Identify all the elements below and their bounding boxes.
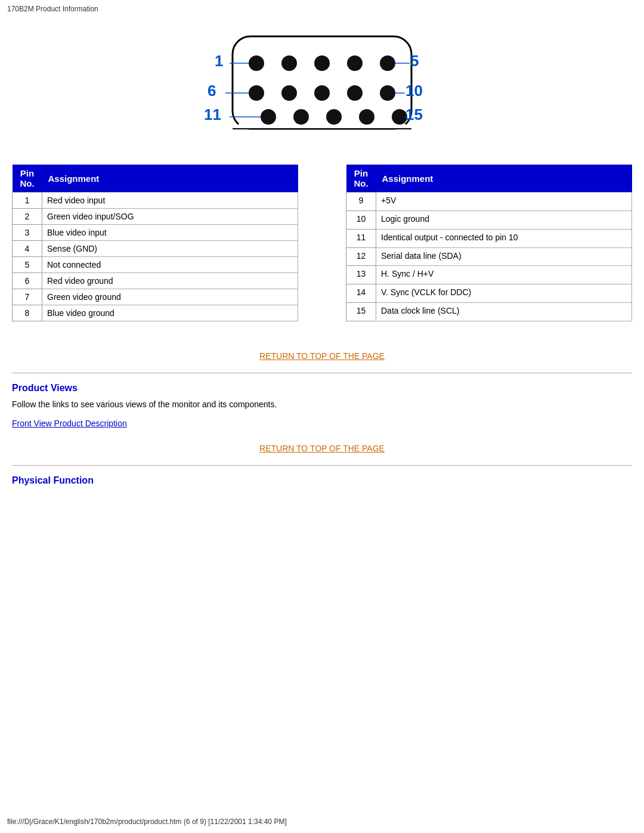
left-table-assignment-header: Assignment — [42, 165, 298, 193]
table-row: 10Logic ground — [346, 210, 632, 229]
pin-assignment: Sense (GND) — [42, 241, 298, 257]
pin-number: 7 — [13, 289, 42, 305]
svg-point-14 — [293, 109, 309, 125]
pin-table-right: PinNo. Assignment 9+5V10Logic ground11Id… — [346, 165, 632, 321]
table-spacer — [316, 165, 328, 321]
table-row: 7Green video ground — [13, 289, 298, 305]
pin-number: 4 — [13, 241, 42, 257]
pin-number: 6 — [13, 273, 42, 289]
pin-number: 12 — [346, 247, 376, 266]
svg-text:1: 1 — [215, 52, 223, 70]
pin-assignment: Red video ground — [42, 273, 298, 289]
pin-number: 14 — [346, 284, 376, 303]
svg-point-10 — [314, 85, 330, 101]
svg-point-9 — [281, 85, 297, 101]
pin-assignment: H. Sync / H+V — [376, 266, 632, 284]
table-row: 1Red video input — [13, 193, 298, 209]
pin-assignment: +5V — [376, 193, 632, 211]
svg-point-5 — [314, 55, 330, 71]
table-row: 9+5V — [346, 193, 632, 211]
product-views-heading: Product Views — [0, 373, 644, 400]
pin-number: 8 — [13, 305, 42, 321]
return-to-top-link-1[interactable]: RETURN TO TOP OF THE PAGE — [259, 351, 385, 361]
svg-point-15 — [326, 109, 342, 125]
return-to-top-link-2[interactable]: RETURN TO TOP OF THE PAGE — [259, 444, 385, 453]
pin-table-left: PinNo. Assignment 1Red video input2Green… — [12, 165, 298, 321]
table-row: 14V. Sync (VCLK for DDC) — [346, 284, 632, 303]
svg-marker-1 — [233, 120, 411, 129]
left-table-pin-header: PinNo. — [13, 165, 42, 193]
svg-point-13 — [261, 109, 276, 125]
svg-text:10: 10 — [405, 82, 423, 100]
pin-assignment: Not connected — [42, 257, 298, 273]
table-row: 13H. Sync / H+V — [346, 266, 632, 284]
return-link-section-2: RETURN TO TOP OF THE PAGE — [0, 432, 644, 465]
table-row: 6Red video ground — [13, 273, 298, 289]
pin-number: 11 — [346, 229, 376, 247]
pin-number: 15 — [346, 303, 376, 321]
pin-number: 3 — [13, 225, 42, 241]
pin-assignment: Green video ground — [42, 289, 298, 305]
pin-number: 10 — [346, 210, 376, 229]
table-row: 2Green video input/SOG — [13, 209, 298, 225]
svg-text:6: 6 — [208, 82, 216, 100]
svg-text:11: 11 — [204, 106, 221, 123]
svg-point-8 — [249, 85, 264, 101]
svg-text:5: 5 — [410, 52, 419, 70]
front-view-link[interactable]: Front View Product Description — [0, 415, 644, 432]
page-title: 170B2M Product Information — [0, 0, 644, 16]
pin-assignment: Data clock line (SCL) — [376, 303, 632, 321]
table-row: 3Blue video input — [13, 225, 298, 241]
connector-diagram: 1 6 11 5 10 15 — [0, 16, 644, 165]
svg-point-16 — [359, 109, 374, 125]
table-row: 15Data clock line (SCL) — [346, 303, 632, 321]
pin-assignment: Logic ground — [376, 210, 632, 229]
physical-function-heading: Physical Function — [0, 466, 644, 492]
right-table-assignment-header: Assignment — [376, 165, 632, 193]
pin-assignment: Blue video ground — [42, 305, 298, 321]
pin-number: 13 — [346, 266, 376, 284]
table-row: 8Blue video ground — [13, 305, 298, 321]
pin-assignment: Blue video input — [42, 225, 298, 241]
pin-number: 9 — [346, 193, 376, 211]
product-views-body: Follow the links to see various views of… — [0, 400, 644, 415]
table-row: 11Identical output - connected to pin 10 — [346, 229, 632, 247]
svg-rect-0 — [233, 36, 411, 129]
pin-number: 2 — [13, 209, 42, 225]
return-link-section-1: RETURN TO TOP OF THE PAGE — [0, 339, 644, 373]
pin-assignment: Red video input — [42, 193, 298, 209]
pin-assignment: Green video input/SOG — [42, 209, 298, 225]
svg-point-6 — [347, 55, 363, 71]
table-row: 4Sense (GND) — [13, 241, 298, 257]
pin-number: 5 — [13, 257, 42, 273]
pin-number: 1 — [13, 193, 42, 209]
svg-point-12 — [380, 85, 395, 101]
svg-text:15: 15 — [405, 106, 423, 123]
pin-assignment: V. Sync (VCLK for DDC) — [376, 284, 632, 303]
vga-connector-svg: 1 6 11 5 10 15 — [197, 27, 447, 147]
svg-point-4 — [281, 55, 297, 71]
table-row: 12Serial data line (SDA) — [346, 247, 632, 266]
right-table-pin-header: PinNo. — [346, 165, 376, 193]
pin-tables-container: PinNo. Assignment 1Red video input2Green… — [0, 165, 644, 321]
pin-assignment: Serial data line (SDA) — [376, 247, 632, 266]
svg-point-7 — [380, 55, 395, 71]
status-bar: file:///D|/Grace/K1/english/170b2m/produ… — [0, 815, 644, 828]
svg-point-3 — [249, 55, 264, 71]
svg-point-11 — [347, 85, 363, 101]
pin-assignment: Identical output - connected to pin 10 — [376, 229, 632, 247]
table-row: 5Not connected — [13, 257, 298, 273]
